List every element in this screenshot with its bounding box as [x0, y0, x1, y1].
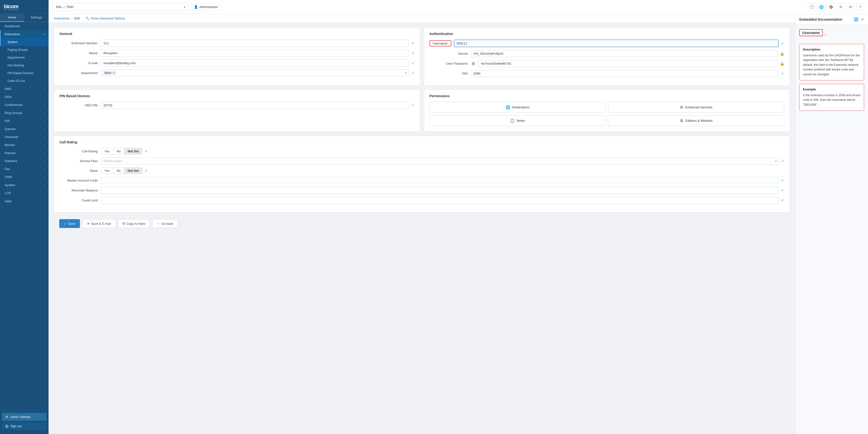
- sidebar-item-apps[interactable]: Apps ›: [0, 197, 49, 205]
- call-rating-notset-btn[interactable]: Not Set: [124, 148, 142, 154]
- slave-toggle: Yes No Not Set: [101, 167, 142, 174]
- sidebar-item-sms[interactable]: SMS ›: [0, 85, 49, 93]
- sidebar-item-departments[interactable]: Departments: [0, 54, 49, 61]
- sidebar-item-label: System: [5, 183, 15, 187]
- sidebar-item-system[interactable]: System: [0, 38, 49, 46]
- sidebar-item-reports[interactable]: Reports ›: [0, 149, 49, 157]
- email-input[interactable]: [101, 60, 409, 66]
- user-password-input[interactable]: [478, 60, 778, 67]
- rp-example-card: Example If the extension number is 1008 …: [799, 84, 864, 111]
- check-icon: ✓: [411, 61, 414, 65]
- username-input[interactable]: [454, 39, 779, 47]
- sidebar-item-conferences[interactable]: Conferences ›: [0, 101, 49, 109]
- sidebar-item-ivr[interactable]: IVR ›: [0, 117, 49, 125]
- signout-label: Sign out: [10, 425, 22, 428]
- save-button[interactable]: ✓ Save: [59, 219, 80, 228]
- sidebar-item-fax[interactable]: Fax ›: [0, 165, 49, 173]
- pencil-icon[interactable]: ✏: [824, 33, 827, 37]
- notes-button[interactable]: 📋 Notes: [430, 115, 606, 126]
- credit-limit-label: Credit Limit:: [60, 199, 98, 202]
- secret-input[interactable]: [471, 50, 778, 57]
- name-input[interactable]: [101, 50, 409, 57]
- tab-settings[interactable]: Settings: [24, 13, 49, 22]
- sidebar-item-dashboard[interactable]: Dashboard: [0, 22, 49, 30]
- department-select[interactable]: None ✕ ▾: [101, 69, 409, 76]
- right-panel-header: Embedded Documentation 🌐 ✕: [796, 14, 868, 25]
- user-password-label: User Password:: [430, 62, 468, 65]
- gear-icon: ⚙: [680, 105, 683, 110]
- user-menu[interactable]: 👤 Administrator: [191, 3, 221, 10]
- sidebar-item-label: Reports: [5, 151, 16, 155]
- sidebar-item-label: Caller ID List: [7, 79, 25, 83]
- sidebar-item-ring-groups[interactable]: Ring Groups ›: [0, 109, 49, 117]
- pbd-pin-input[interactable]: [101, 102, 409, 109]
- user-icon: 👤: [194, 5, 198, 9]
- extension-selector[interactable]: 600 — T600: [53, 3, 188, 11]
- breadcrumb-extensions-link[interactable]: Extensions: [54, 17, 69, 20]
- sidebar-item-statistics[interactable]: Statistics ›: [0, 157, 49, 165]
- close-icon[interactable]: ✕: [861, 17, 864, 22]
- master-account-input[interactable]: [101, 177, 779, 184]
- extension-number-label: Extension Number:: [60, 41, 98, 45]
- call-rating-yes-btn[interactable]: Yes: [101, 148, 113, 154]
- save-email-button[interactable]: ✈ Save & E-mail: [82, 219, 116, 228]
- globe-button[interactable]: 🌐: [817, 3, 825, 11]
- slave-yes-btn[interactable]: Yes: [101, 168, 113, 174]
- check-icon: ✓: [781, 159, 784, 163]
- slave-notset-btn[interactable]: Not Set: [124, 168, 142, 174]
- qr-icon[interactable]: ⊞: [471, 61, 476, 66]
- notes-icon: 📋: [510, 118, 515, 123]
- call-rating-section: Call Rating Call Rating: Yes No Not Set …: [54, 136, 790, 212]
- sidebar-item-system2[interactable]: System ›: [0, 181, 49, 189]
- admin-settings-label: Admin Settings: [10, 415, 31, 419]
- sidebar-item-label: Voicemail: [5, 135, 18, 139]
- pin-input[interactable]: [471, 70, 779, 77]
- destinations-button[interactable]: 🌐 Destinations: [430, 102, 606, 113]
- username-label: Administrator: [199, 5, 218, 9]
- globe-icon[interactable]: 🌐: [854, 17, 859, 22]
- check-icon: ✓: [781, 188, 784, 193]
- chevron-right-icon: ›: [44, 87, 45, 90]
- show-advanced-options-link[interactable]: 🔧 Show Advanced Options: [86, 17, 125, 20]
- sidebar-item-paging-groups[interactable]: Paging Groups: [0, 46, 49, 54]
- sidebar-item-label: Ring Groups: [5, 111, 22, 115]
- sidebar-item-voicemail[interactable]: Voicemail ›: [0, 133, 49, 141]
- service-plan-select[interactable]: Please select ...: [101, 157, 779, 165]
- clock-button[interactable]: 🕐: [808, 3, 815, 11]
- tab-home[interactable]: Home: [0, 13, 24, 22]
- check-icon: ✓: [145, 149, 148, 153]
- sidebar-item-hot-desking[interactable]: Hot Desking: [0, 61, 49, 69]
- network-icon-btn[interactable]: [827, 3, 835, 11]
- help-button[interactable]: ?: [856, 3, 864, 11]
- go-back-button[interactable]: ← Go back: [152, 219, 178, 228]
- chevron-right-icon: ›: [44, 136, 45, 138]
- sidebar-item-extensions[interactable]: Extensions ▾: [0, 30, 49, 38]
- sidebar-item-monitor[interactable]: Monitor ›: [0, 141, 49, 149]
- sidebar-item-dids[interactable]: DIDs: [0, 93, 49, 101]
- call-rating-no-btn[interactable]: No: [113, 148, 124, 154]
- admin-settings-button[interactable]: ⚙ Admin Settings: [2, 413, 46, 421]
- sidebar-item-pin-based-devices[interactable]: PIN Based Devices: [0, 69, 49, 77]
- slave-no-btn[interactable]: No: [113, 168, 124, 174]
- sync-button[interactable]: ⟳: [847, 3, 855, 11]
- sidebar-item-caller-id-list[interactable]: Caller ID List: [0, 77, 49, 85]
- authentication-section: Authentication Username: ✓ Secret: 🔒 Use…: [424, 27, 790, 86]
- copy-as-new-button[interactable]: ⧉ Copy As New: [118, 219, 150, 228]
- sidebar-item-label: LCR: [5, 191, 11, 195]
- sidebar-item-lcr[interactable]: LCR: [0, 189, 49, 197]
- department-tag-remove[interactable]: ✕: [113, 71, 115, 75]
- sidebar-item-label: Hot Desking: [7, 64, 24, 67]
- enhanced-services-button[interactable]: ⚙ Enhanced Services: [608, 102, 784, 113]
- signout-button[interactable]: ⏻ Sign out: [2, 422, 46, 430]
- extension-number-input[interactable]: [101, 39, 409, 47]
- sidebar-item-crm[interactable]: CRM ›: [0, 173, 49, 181]
- rp-description-text: Username used by the UAD/Phone for the r…: [803, 53, 861, 77]
- sidebar-item-label: Queues: [5, 127, 16, 131]
- refresh-button[interactable]: ↻: [837, 3, 845, 11]
- credit-limit-input[interactable]: [101, 197, 779, 204]
- check-icon: ✓: [781, 71, 784, 76]
- sidebar-item-queues[interactable]: Queues ›: [0, 125, 49, 133]
- reminder-balance-input[interactable]: [101, 187, 779, 194]
- editions-modules-button[interactable]: 🖥 Editions & Modules: [608, 115, 784, 126]
- department-label: Department:: [60, 71, 98, 75]
